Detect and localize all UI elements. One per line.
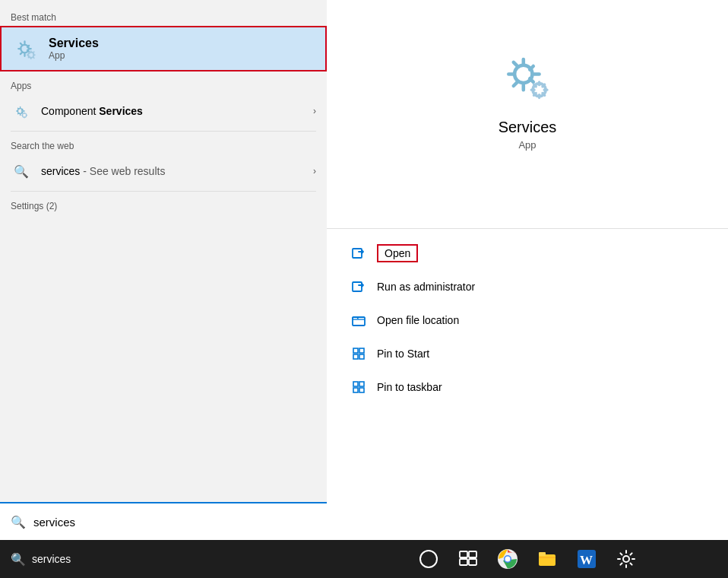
taskbar-search-area: 🔍 services bbox=[0, 540, 327, 578]
svg-point-31 bbox=[420, 551, 437, 567]
component-services-label: Component Services bbox=[41, 105, 313, 117]
web-section-label: Search the web bbox=[0, 138, 327, 154]
svg-rect-8 bbox=[353, 317, 365, 326]
cortana-taskbar-icon[interactable] bbox=[416, 547, 441, 571]
app-detail: Services App bbox=[327, 0, 728, 221]
file-explorer-taskbar-icon[interactable] bbox=[535, 547, 559, 571]
apps-label: Apps bbox=[0, 78, 327, 94]
search-input[interactable] bbox=[33, 516, 316, 529]
svg-point-38 bbox=[505, 557, 511, 562]
open-action[interactable]: Open bbox=[327, 237, 728, 270]
left-panel: Best match Services App bbox=[0, 0, 327, 578]
svg-rect-39 bbox=[539, 554, 555, 566]
pin-start-icon bbox=[350, 345, 368, 363]
open-label: Open bbox=[377, 244, 418, 262]
app-type: App bbox=[518, 139, 536, 151]
web-section: Search the web 🔍 services - See web resu… bbox=[0, 135, 327, 188]
svg-rect-13 bbox=[353, 382, 358, 386]
svg-rect-35 bbox=[469, 559, 476, 565]
web-search-label: services - See web results bbox=[41, 165, 313, 177]
taskbar-search-text: services bbox=[32, 553, 71, 565]
best-match-title: Services bbox=[49, 37, 99, 50]
taskbar-search-icon: 🔍 bbox=[11, 552, 26, 567]
right-panel: Services App Open bbox=[327, 0, 728, 578]
component-services-chevron: › bbox=[313, 106, 316, 116]
web-search-item[interactable]: 🔍 services - See web results › bbox=[0, 154, 327, 188]
divider-2 bbox=[11, 191, 316, 192]
pin-start-action[interactable]: Pin to Start bbox=[327, 337, 728, 370]
pin-start-label: Pin to Start bbox=[377, 348, 429, 360]
svg-rect-40 bbox=[539, 552, 546, 556]
svg-point-43 bbox=[623, 556, 629, 562]
pin-taskbar-icon bbox=[350, 378, 368, 396]
component-services-item[interactable]: Component Services › bbox=[0, 94, 327, 128]
search-bar: 🔍 bbox=[0, 502, 327, 540]
services-icon bbox=[12, 35, 40, 62]
svg-rect-10 bbox=[359, 348, 364, 353]
full-taskbar: 🔍 services bbox=[0, 540, 728, 578]
best-match-label: Best match bbox=[0, 9, 327, 26]
svg-rect-9 bbox=[353, 348, 358, 353]
pin-taskbar-action[interactable]: Pin to taskbar bbox=[327, 370, 728, 404]
chrome-taskbar-icon[interactable] bbox=[495, 547, 520, 571]
component-services-icon bbox=[11, 100, 32, 122]
svg-rect-11 bbox=[353, 354, 358, 359]
svg-rect-32 bbox=[460, 551, 467, 557]
svg-rect-34 bbox=[460, 559, 467, 565]
best-match-item[interactable]: Services App bbox=[0, 26, 327, 71]
pin-taskbar-label: Pin to taskbar bbox=[377, 381, 442, 393]
svg-rect-14 bbox=[359, 382, 364, 386]
svg-rect-7 bbox=[353, 282, 362, 291]
detail-divider bbox=[327, 228, 728, 229]
open-icon bbox=[350, 244, 368, 262]
app-name: Services bbox=[499, 119, 557, 136]
settings-label: Settings (2) bbox=[0, 198, 327, 214]
search-results: Best match Services App bbox=[0, 0, 327, 540]
task-view-taskbar-icon[interactable] bbox=[456, 547, 480, 571]
settings-gear-taskbar-icon[interactable] bbox=[614, 547, 638, 571]
admin-icon bbox=[350, 278, 368, 296]
svg-rect-33 bbox=[469, 551, 476, 557]
app-icon-large bbox=[497, 46, 558, 106]
run-admin-action[interactable]: Run as administrator bbox=[327, 270, 728, 303]
web-search-icon: 🔍 bbox=[11, 160, 32, 182]
folder-icon bbox=[350, 311, 368, 329]
word-taskbar-icon[interactable]: W bbox=[574, 547, 599, 571]
divider-1 bbox=[11, 131, 316, 132]
search-bar-icon: 🔍 bbox=[11, 514, 26, 529]
svg-rect-15 bbox=[353, 388, 358, 392]
best-match-subtitle: App bbox=[49, 50, 99, 61]
run-admin-label: Run as administrator bbox=[377, 281, 475, 293]
taskbar-apps: W bbox=[327, 547, 728, 571]
apps-section: Apps Component Services › bbox=[0, 71, 327, 128]
open-file-location-action[interactable]: Open file location bbox=[327, 303, 728, 337]
web-search-chevron: › bbox=[313, 166, 316, 176]
settings-section: Settings (2) bbox=[0, 195, 327, 214]
svg-rect-12 bbox=[359, 354, 364, 359]
action-list: Open Run as administrator bbox=[327, 237, 728, 404]
svg-text:W: W bbox=[580, 553, 593, 567]
open-file-location-label: Open file location bbox=[377, 314, 459, 326]
best-match-text: Services App bbox=[49, 37, 99, 61]
svg-rect-6 bbox=[353, 249, 362, 258]
svg-rect-16 bbox=[359, 388, 364, 392]
